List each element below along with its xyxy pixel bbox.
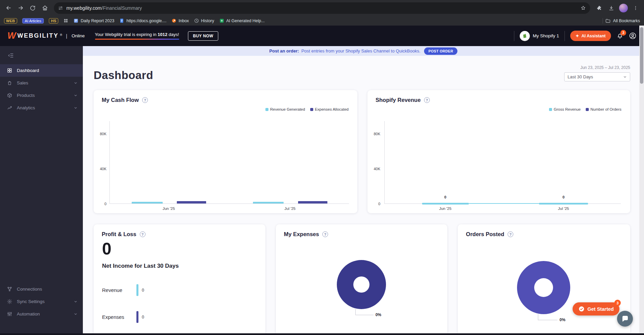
period-select[interactable]: Last 30 Days [564, 72, 630, 81]
browser-toolbar: my.webgility.com/FinancialSummary [0, 0, 644, 16]
donut-callout-line [538, 314, 557, 320]
buy-now-button[interactable]: BUY NOW [188, 31, 219, 41]
post-order-button[interactable]: POST ORDER [424, 47, 457, 55]
dashboard-main: Dashboard Jun 23, 2025 – Jul 23, 2025 La… [83, 56, 644, 335]
shopify-icon [520, 31, 530, 41]
profile-avatar [619, 4, 628, 12]
forward-button[interactable] [15, 2, 26, 14]
sidebar-item-connections[interactable]: Connections [0, 283, 83, 295]
header-divider-text: | [66, 33, 67, 39]
sidebar-item-automation[interactable]: Automation [0, 308, 83, 320]
bookmark-item[interactable]: History [194, 18, 214, 23]
x-tick-label: Jul '25 [285, 207, 296, 211]
person-icon [629, 32, 637, 40]
sidebar-item-label: Products [17, 93, 35, 98]
all-bookmarks-label: All Bookmarks [613, 18, 640, 23]
bookmark-badge-web[interactable]: WEB [4, 18, 17, 24]
notifications-button[interactable]: 3 [616, 32, 623, 39]
webgility-logo-mark: W [7, 31, 16, 40]
scrollbar-thumb[interactable] [640, 27, 643, 84]
legend-item: Expenses Allocated [310, 107, 349, 111]
bookmark-star-icon[interactable] [577, 2, 589, 14]
bookmarks-bar: WEB AI Articles HS Daily Report 2023 htt… [0, 16, 644, 26]
chat-launcher[interactable] [617, 311, 633, 327]
title-row: Dashboard Jun 23, 2025 – Jul 23, 2025 La… [94, 65, 630, 81]
trial-suffix: days! [169, 32, 179, 37]
expenses-donut-chart [337, 260, 386, 309]
bookmark-item[interactable]: Inbox [171, 18, 189, 23]
help-icon[interactable]: ? [424, 97, 430, 103]
bookmark-badge-hs[interactable]: HS [49, 18, 58, 24]
ai-help-favicon [219, 18, 224, 23]
bookmark-badge-ai-articles[interactable]: AI Articles [22, 18, 44, 24]
legend-label: Gross Revenue [554, 107, 581, 111]
sidebar-item-label: Analytics [17, 105, 35, 110]
sidebar-item-analytics[interactable]: Analytics [0, 102, 83, 114]
help-icon[interactable]: ? [142, 97, 148, 103]
pl-value-label: 0 [142, 288, 144, 293]
extensions-icon[interactable] [593, 2, 605, 14]
bookmark-item[interactable]: AI Generated Help... [219, 18, 265, 23]
trial-progress-bar [95, 39, 179, 40]
notification-badge: 3 [620, 30, 626, 36]
connections-icon [7, 286, 12, 292]
webgility-logo[interactable]: W WEBGILITY ® [7, 31, 62, 40]
history-favicon [194, 18, 199, 23]
back-button[interactable] [3, 2, 14, 14]
account-button[interactable] [629, 32, 637, 40]
help-icon[interactable]: ? [140, 231, 146, 237]
card-header: Orders Posted ? [466, 231, 513, 237]
forward-icon [18, 5, 24, 11]
bookmark-label: Inbox [179, 18, 189, 23]
sidebar-item-dashboard[interactable]: Dashboard [0, 64, 83, 77]
browser-window: my.webgility.com/FinancialSummary WEB AI… [0, 0, 644, 335]
ai-assistant-button[interactable]: ✦ AI Assistant [570, 31, 611, 41]
sidebar-item-sync-settings[interactable]: Sync Settings [0, 295, 83, 308]
content-area: Post an order: Post entries from your Sh… [83, 46, 644, 335]
refresh-button[interactable] [27, 2, 38, 14]
orders-donut-chart [517, 261, 570, 314]
header-divider [565, 31, 565, 41]
point-value-label: 0 [444, 195, 446, 199]
legend-item: Revenue Generated [265, 107, 305, 111]
donut-percentage-label: 0% [376, 312, 381, 317]
all-bookmarks[interactable]: All Bookmarks [603, 18, 640, 24]
home-button[interactable] [39, 2, 51, 14]
sidebar-collapse-button[interactable] [0, 50, 83, 64]
bookmark-item[interactable]: Daily Report 2023 [73, 18, 114, 23]
date-range-text: Jun 23, 2025 – Jul 23, 2025 [564, 65, 630, 70]
post-order-banner: Post an order: Post entries from your Sh… [83, 46, 644, 56]
help-icon[interactable]: ? [322, 231, 328, 237]
date-range-area: Jun 23, 2025 – Jul 23, 2025 Last 30 Days [564, 65, 630, 81]
sparkle-icon: ✦ [576, 33, 579, 38]
line-segment [539, 203, 588, 204]
get-started-button[interactable]: Get Started 3 [573, 302, 619, 315]
pl-category-label: Revenue [102, 287, 136, 293]
downloads-icon[interactable] [606, 2, 617, 14]
sidebar-item-sales[interactable]: Sales [0, 77, 83, 89]
legend-swatch [549, 108, 552, 111]
check-circle-icon [578, 306, 585, 312]
card-header: My Cash Flow ? [102, 97, 148, 103]
header-divider [514, 31, 514, 41]
products-icon [7, 92, 12, 98]
address-bar[interactable]: my.webgility.com/FinancialSummary [54, 2, 590, 14]
store-selector[interactable]: My Shopify 1 [520, 31, 559, 41]
point-value-label: 0 [562, 195, 565, 199]
automation-icon [7, 311, 12, 317]
back-icon [5, 5, 12, 11]
donut-percentage-label: 0% [559, 318, 565, 322]
pl-expenses-bar [136, 311, 138, 323]
site-info-icon[interactable] [58, 5, 63, 11]
apps-grid-icon[interactable] [63, 18, 68, 23]
chevron-down-icon [74, 312, 77, 316]
refresh-icon [30, 5, 36, 11]
sidebar-item-products[interactable]: Products [0, 89, 83, 102]
profile-button[interactable] [618, 2, 629, 14]
bookmark-item[interactable]: https://docs.google.... [119, 18, 166, 23]
sales-icon [7, 80, 12, 86]
help-icon[interactable]: ? [508, 231, 513, 237]
url-text: my.webgility.com/FinancialSummary [66, 5, 142, 11]
bar-expenses-jul [298, 201, 327, 203]
browser-menu-icon[interactable] [630, 2, 641, 14]
